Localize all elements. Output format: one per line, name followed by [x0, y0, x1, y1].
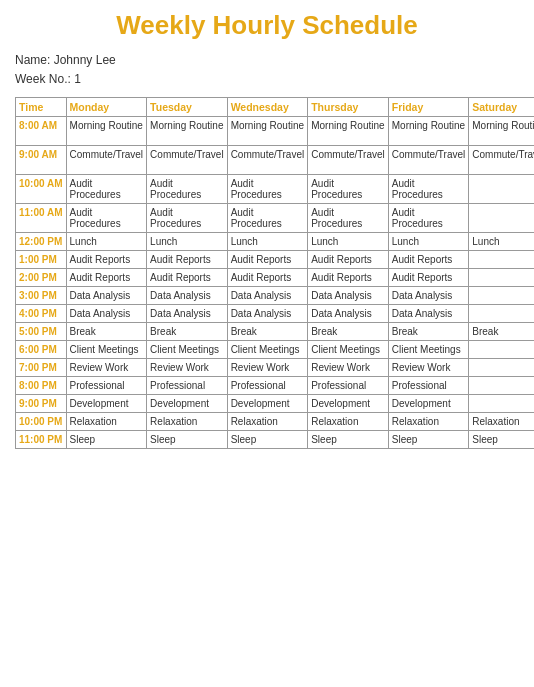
cell-friday-15: Sleep [388, 431, 469, 449]
cell-monday-12: Professional [66, 377, 147, 395]
col-header-wednesday: Wednesday [227, 98, 308, 117]
table-row: 12:00 PMLunchLunchLunchLunchLunchLunchLu… [16, 233, 535, 251]
table-row: 6:00 PMClient MeetingsClient MeetingsCli… [16, 341, 535, 359]
cell-saturday-1: Commute/Travel [469, 146, 534, 175]
cell-time-7: 3:00 PM [16, 287, 67, 305]
table-row: 5:00 PMBreakBreakBreakBreakBreakBreakBre… [16, 323, 535, 341]
cell-thursday-5: Audit Reports [308, 251, 389, 269]
cell-saturday-3 [469, 204, 534, 233]
cell-thursday-0: Morning Routine [308, 117, 389, 146]
cell-thursday-1: Commute/Travel [308, 146, 389, 175]
cell-friday-10: Client Meetings [388, 341, 469, 359]
cell-time-2: 10:00 AM [16, 175, 67, 204]
cell-tuesday-5: Audit Reports [147, 251, 228, 269]
cell-tuesday-14: Relaxation [147, 413, 228, 431]
cell-tuesday-4: Lunch [147, 233, 228, 251]
cell-thursday-7: Data Analysis [308, 287, 389, 305]
cell-wednesday-12: Professional [227, 377, 308, 395]
cell-tuesday-9: Break [147, 323, 228, 341]
cell-tuesday-7: Data Analysis [147, 287, 228, 305]
cell-wednesday-5: Audit Reports [227, 251, 308, 269]
cell-tuesday-2: Audit Procedures [147, 175, 228, 204]
cell-time-3: 11:00 AM [16, 204, 67, 233]
cell-wednesday-4: Lunch [227, 233, 308, 251]
cell-saturday-8 [469, 305, 534, 323]
cell-friday-5: Audit Reports [388, 251, 469, 269]
cell-tuesday-8: Data Analysis [147, 305, 228, 323]
table-row: 8:00 AMMorning RoutineMorning RoutineMor… [16, 117, 535, 146]
col-header-friday: Friday [388, 98, 469, 117]
cell-thursday-10: Client Meetings [308, 341, 389, 359]
cell-monday-8: Data Analysis [66, 305, 147, 323]
cell-friday-9: Break [388, 323, 469, 341]
cell-tuesday-1: Commute/Travel [147, 146, 228, 175]
cell-time-5: 1:00 PM [16, 251, 67, 269]
cell-wednesday-14: Relaxation [227, 413, 308, 431]
cell-time-4: 12:00 PM [16, 233, 67, 251]
cell-wednesday-3: Audit Procedures [227, 204, 308, 233]
cell-wednesday-6: Audit Reports [227, 269, 308, 287]
cell-thursday-3: Audit Procedures [308, 204, 389, 233]
table-row: 11:00 PMSleepSleepSleepSleepSleepSleepSl… [16, 431, 535, 449]
cell-friday-4: Lunch [388, 233, 469, 251]
cell-thursday-4: Lunch [308, 233, 389, 251]
cell-tuesday-6: Audit Reports [147, 269, 228, 287]
table-row: 7:00 PMReview WorkReview WorkReview Work… [16, 359, 535, 377]
cell-wednesday-1: Commute/Travel [227, 146, 308, 175]
cell-thursday-15: Sleep [308, 431, 389, 449]
cell-monday-2: Audit Procedures [66, 175, 147, 204]
cell-time-9: 5:00 PM [16, 323, 67, 341]
cell-saturday-4: Lunch [469, 233, 534, 251]
cell-saturday-2 [469, 175, 534, 204]
cell-wednesday-15: Sleep [227, 431, 308, 449]
col-header-thursday: Thursday [308, 98, 389, 117]
cell-monday-1: Commute/Travel [66, 146, 147, 175]
cell-friday-6: Audit Reports [388, 269, 469, 287]
cell-friday-13: Development [388, 395, 469, 413]
cell-thursday-9: Break [308, 323, 389, 341]
cell-thursday-14: Relaxation [308, 413, 389, 431]
cell-saturday-10 [469, 341, 534, 359]
cell-monday-0: Morning Routine [66, 117, 147, 146]
table-row: 8:00 PMProfessionalProfessionalProfessio… [16, 377, 535, 395]
cell-thursday-6: Audit Reports [308, 269, 389, 287]
cell-friday-11: Review Work [388, 359, 469, 377]
cell-monday-3: Audit Procedures [66, 204, 147, 233]
cell-saturday-6 [469, 269, 534, 287]
cell-time-8: 4:00 PM [16, 305, 67, 323]
cell-friday-8: Data Analysis [388, 305, 469, 323]
week-label: Week No.: 1 [15, 70, 519, 89]
cell-time-13: 9:00 PM [16, 395, 67, 413]
col-header-saturday: Saturday [469, 98, 534, 117]
cell-thursday-8: Data Analysis [308, 305, 389, 323]
table-row: 11:00 AMAudit ProceduresAudit Procedures… [16, 204, 535, 233]
cell-tuesday-0: Morning Routine [147, 117, 228, 146]
cell-time-14: 10:00 PM [16, 413, 67, 431]
cell-wednesday-13: Development [227, 395, 308, 413]
cell-saturday-5 [469, 251, 534, 269]
cell-tuesday-15: Sleep [147, 431, 228, 449]
cell-friday-7: Data Analysis [388, 287, 469, 305]
col-header-tuesday: Tuesday [147, 98, 228, 117]
cell-time-1: 9:00 AM [16, 146, 67, 175]
cell-tuesday-13: Development [147, 395, 228, 413]
cell-time-12: 8:00 PM [16, 377, 67, 395]
cell-thursday-13: Development [308, 395, 389, 413]
cell-saturday-9: Break [469, 323, 534, 341]
cell-tuesday-11: Review Work [147, 359, 228, 377]
cell-friday-2: Audit Procedures [388, 175, 469, 204]
cell-friday-1: Commute/Travel [388, 146, 469, 175]
cell-saturday-15: Sleep [469, 431, 534, 449]
cell-time-6: 2:00 PM [16, 269, 67, 287]
cell-friday-3: Audit Procedures [388, 204, 469, 233]
cell-thursday-12: Professional [308, 377, 389, 395]
table-header-row: Time Monday Tuesday Wednesday Thursday F… [16, 98, 535, 117]
cell-wednesday-2: Audit Procedures [227, 175, 308, 204]
cell-saturday-7 [469, 287, 534, 305]
table-row: 10:00 PMRelaxationRelaxationRelaxationRe… [16, 413, 535, 431]
cell-saturday-14: Relaxation [469, 413, 534, 431]
cell-friday-14: Relaxation [388, 413, 469, 431]
cell-monday-9: Break [66, 323, 147, 341]
page-title: Weekly Hourly Schedule [15, 10, 519, 41]
cell-monday-6: Audit Reports [66, 269, 147, 287]
